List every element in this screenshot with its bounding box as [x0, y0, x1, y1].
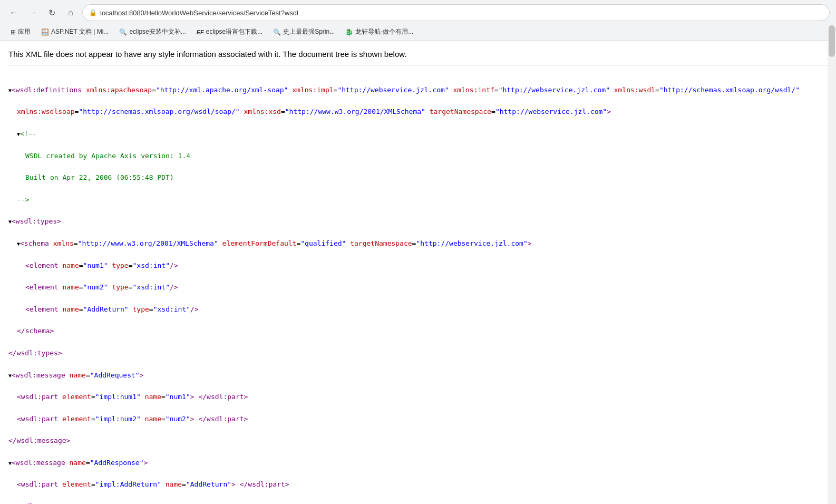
xml-line-comment-open: ▼<!-- — [17, 129, 828, 140]
eclipse1-icon: 🔍 — [119, 28, 127, 36]
xml-line-comment-close: --> — [17, 195, 828, 206]
xml-line-comment-2: Built on Apr 22, 2006 (06:55:48 PDT) — [25, 172, 828, 183]
xml-line-types-open: ▼<wsdl:types> — [8, 216, 828, 227]
reload-button[interactable]: ↻ — [44, 5, 59, 20]
bookmark-label: eclipse语言包下载... — [206, 27, 263, 36]
xml-line-2: xmlns:wsdlsoap="http://schemas.xmlsoap.o… — [17, 106, 828, 118]
bookmark-eclipse2[interactable]: EF eclipse语言包下载... — [192, 26, 267, 37]
bookmark-label: 龙轩导航-做个有用... — [355, 27, 413, 36]
bookmark-spring[interactable]: 🔍 史上最最强Sprin... — [269, 26, 339, 37]
xml-line-elem2: <element name="num2" type="xsd:int"/> — [25, 282, 828, 293]
xml-line-comment-1: WSDL created by Apache Axis version: 1.4 — [25, 151, 828, 162]
browser-chrome: ← → ↻ ⌂ 🔒 localhost:8080/HelloWorldWebSe… — [0, 0, 836, 41]
nav-icon: 🐉 — [345, 28, 353, 36]
xml-line-resp-part: <wsdl:part element="impl:AddReturn" name… — [17, 479, 828, 490]
bookmark-apps[interactable]: ⊞ 应用 — [6, 26, 35, 37]
back-button[interactable]: ← — [6, 5, 21, 20]
xml-line-elem1: <element name="num1" type="xsd:int"/> — [25, 260, 828, 272]
xml-line-types-close: </wsdl:types> — [8, 348, 828, 359]
bookmark-label: eclipse安装中文补... — [129, 27, 186, 36]
xml-line-msg-add-close: </wsdl:message> — [8, 435, 828, 447]
xml-line-schema-close: </schema> — [17, 326, 828, 337]
xml-line-msg-resp-open: ▼<wsdl:message name="AddResponse"> — [8, 458, 828, 469]
xml-line-elem3: <element name="AddReturn" type="xsd:int"… — [25, 304, 828, 315]
address-bar[interactable]: 🔒 localhost:8080/HelloWorldWebService/se… — [82, 4, 830, 21]
eclipse2-icon: EF — [197, 29, 204, 35]
url-text: localhost:8080/HelloWorldWebService/serv… — [100, 9, 823, 17]
bookmark-nav[interactable]: 🐉 龙轩导航-做个有用... — [341, 26, 417, 37]
page-content: This XML file does not appear to have an… — [0, 41, 836, 504]
bookmark-aspnet[interactable]: 🪟 ASP.NET 文档 | Mi... — [37, 26, 113, 37]
aspnet-icon: 🪟 — [41, 28, 49, 36]
home-button[interactable]: ⌂ — [63, 5, 78, 20]
xml-line-1: ▼<wsdl:definitions xmlns:apachesoap="htt… — [8, 85, 828, 96]
forward-button[interactable]: → — [25, 5, 40, 20]
nav-bar: ← → ↻ ⌂ 🔒 localhost:8080/HelloWorldWebSe… — [0, 0, 836, 25]
bookmark-label: 应用 — [18, 27, 31, 36]
bookmarks-bar: ⊞ 应用 🪟 ASP.NET 文档 | Mi... 🔍 eclipse安装中文补… — [0, 25, 836, 41]
bookmark-eclipse1[interactable]: 🔍 eclipse安装中文补... — [115, 26, 190, 37]
lock-icon: 🔒 — [89, 9, 97, 16]
xml-line-part2: <wsdl:part element="impl:num2" name="num… — [17, 414, 828, 425]
xml-notice: This XML file does not appear to have an… — [8, 50, 828, 65]
xml-line-schema-open: ▼<schema xmlns="http://www.w3.org/2001/X… — [17, 238, 828, 249]
xml-line-msg-resp-close: </wsdl:message> — [8, 501, 828, 504]
vertical-scrollbar[interactable] — [828, 25, 836, 504]
apps-icon: ⊞ — [11, 28, 16, 36]
xml-line-msg-add-open: ▼<wsdl:message name="AddRequest"> — [8, 370, 828, 381]
scrollbar-thumb[interactable] — [829, 25, 835, 57]
xml-line-part1: <wsdl:part element="impl:num1" name="num… — [17, 392, 828, 403]
bookmark-label: 史上最最强Sprin... — [283, 27, 335, 36]
bookmark-label: ASP.NET 文档 | Mi... — [51, 27, 109, 36]
spring-icon: 🔍 — [273, 28, 281, 36]
xml-content: ▼<wsdl:definitions xmlns:apachesoap="htt… — [8, 74, 828, 504]
